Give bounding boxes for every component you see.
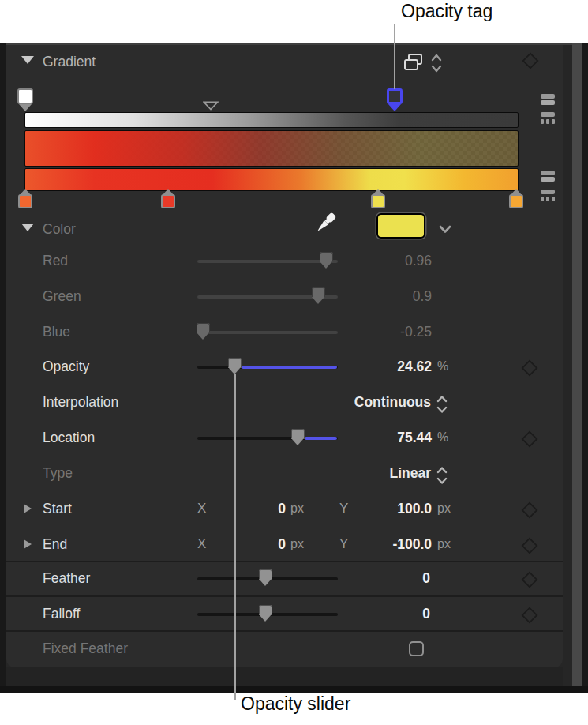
separator: [6, 561, 563, 562]
callout-opacity-tag-label: Opacity tag: [401, 1, 492, 22]
location-value[interactable]: 75.44: [347, 430, 432, 446]
opacity-label: Opacity: [43, 359, 89, 375]
fixed-feather-label: Fixed Feather: [43, 640, 128, 657]
end-x-label: X: [197, 536, 206, 552]
feather-slider-thumb[interactable]: [259, 569, 272, 586]
location-unit: %: [437, 430, 448, 445]
color-tag-3-swatch[interactable]: [371, 194, 385, 208]
falloff-keyframe-diamond-icon[interactable]: [521, 607, 538, 624]
interpolation-stepper-icon[interactable]: [436, 395, 448, 414]
callout-opacity-slider-label: Opacity slider: [241, 693, 350, 715]
opacity-slider-thumb[interactable]: [228, 358, 242, 374]
panel-right-edge: [582, 43, 588, 693]
interpolation-label: Interpolation: [43, 394, 118, 411]
type-label: Type: [43, 465, 73, 482]
callout-line-top: [394, 24, 395, 89]
blue-slider: [197, 331, 338, 334]
opacity-keyframe-diamond-icon[interactable]: [521, 359, 538, 377]
falloff-label: Falloff: [43, 606, 80, 622]
end-label: End: [43, 536, 67, 553]
end-y-unit: px: [437, 537, 451, 551]
green-value: 0.9: [331, 288, 432, 305]
opacity-slider-fill: [242, 366, 337, 369]
red-label: Red: [43, 253, 68, 269]
opacity-tag-selected-swatch[interactable]: [387, 88, 403, 104]
start-y-label: Y: [339, 501, 348, 517]
red-value: 0.96: [331, 253, 432, 269]
location-slider-fill: [305, 437, 337, 440]
fixed-feather-checkbox[interactable]: [409, 641, 424, 656]
color-tag-4-swatch[interactable]: [509, 194, 523, 208]
color-tag-2-swatch[interactable]: [161, 194, 175, 208]
panel-lower-band: [6, 667, 563, 686]
start-x-label: X: [197, 501, 206, 517]
start-keyframe-diamond-icon[interactable]: [521, 501, 538, 519]
end-x-value[interactable]: 0: [237, 536, 286, 553]
feather-keyframe-diamond-icon[interactable]: [521, 571, 538, 588]
opacity-tag-left-pointer: [19, 104, 32, 111]
callout-line-bottom: [234, 374, 236, 700]
opacity-tag-left-swatch[interactable]: [17, 88, 33, 104]
falloff-slider-thumb[interactable]: [259, 605, 272, 622]
start-x-value[interactable]: 0: [237, 501, 286, 517]
gradient-preset-stack-icon[interactable]: [403, 52, 424, 73]
gradient-disclosure-triangle-icon[interactable]: [21, 56, 34, 64]
end-x-unit: px: [290, 537, 304, 551]
location-keyframe-diamond-icon[interactable]: [521, 430, 538, 448]
color-well-swatch[interactable]: [376, 213, 425, 239]
color-tag-1-swatch[interactable]: [18, 194, 32, 208]
blue-value: -0.25: [331, 324, 432, 340]
gradient-midpoint-marker-icon[interactable]: [203, 101, 219, 111]
feather-value[interactable]: 0: [379, 570, 430, 587]
gradient-opacity-bar[interactable]: [24, 112, 519, 128]
separator: [6, 595, 563, 597]
color-disclosure-triangle-icon[interactable]: [21, 224, 34, 231]
feather-label: Feather: [43, 570, 90, 587]
screenshot-root: Opacity tag Gradient: [0, 0, 588, 725]
start-y-unit: px: [437, 501, 451, 516]
start-label: Start: [43, 501, 72, 517]
green-label: Green: [43, 288, 81, 305]
gradient-preview-bar: [24, 130, 519, 167]
scrollbar-track[interactable]: [572, 43, 582, 693]
type-popup[interactable]: Linear: [316, 465, 431, 482]
gradient-preset-stepper-icon[interactable]: [430, 53, 443, 73]
location-label: Location: [43, 430, 95, 446]
type-stepper-icon[interactable]: [436, 466, 448, 485]
panel-bottom-edge: [0, 686, 588, 693]
blue-slider-thumb: [197, 323, 210, 340]
red-slider: [197, 260, 338, 263]
location-slider-thumb[interactable]: [291, 429, 305, 445]
start-y-value[interactable]: 100.0: [354, 501, 432, 517]
falloff-value[interactable]: 0: [379, 606, 430, 622]
gradient-section-title: Gradient: [43, 54, 96, 70]
opacity-value[interactable]: 24.62: [347, 359, 432, 375]
end-keyframe-diamond-icon[interactable]: [521, 537, 538, 554]
opacity-tag-selected-pointer: [388, 104, 401, 111]
chevron-down-icon[interactable]: [438, 224, 452, 235]
start-disclosure-triangle-icon[interactable]: [24, 504, 32, 513]
gradient-color-bar[interactable]: [24, 168, 519, 191]
end-y-label: Y: [339, 536, 348, 552]
eyedropper-icon[interactable]: [311, 211, 339, 242]
green-slider-thumb: [312, 287, 325, 304]
color-section-title: Color: [43, 221, 76, 238]
gradient-keyframe-diamond-icon[interactable]: [522, 52, 539, 69]
end-y-value[interactable]: -100.0: [354, 536, 432, 553]
separator: [6, 630, 563, 632]
end-disclosure-triangle-icon[interactable]: [24, 539, 32, 549]
panel-left-edge: [0, 43, 6, 693]
blue-label: Blue: [43, 324, 70, 340]
start-x-unit: px: [290, 501, 304, 516]
opacity-unit: %: [437, 359, 448, 374]
interpolation-popup[interactable]: Continuous: [284, 394, 431, 411]
